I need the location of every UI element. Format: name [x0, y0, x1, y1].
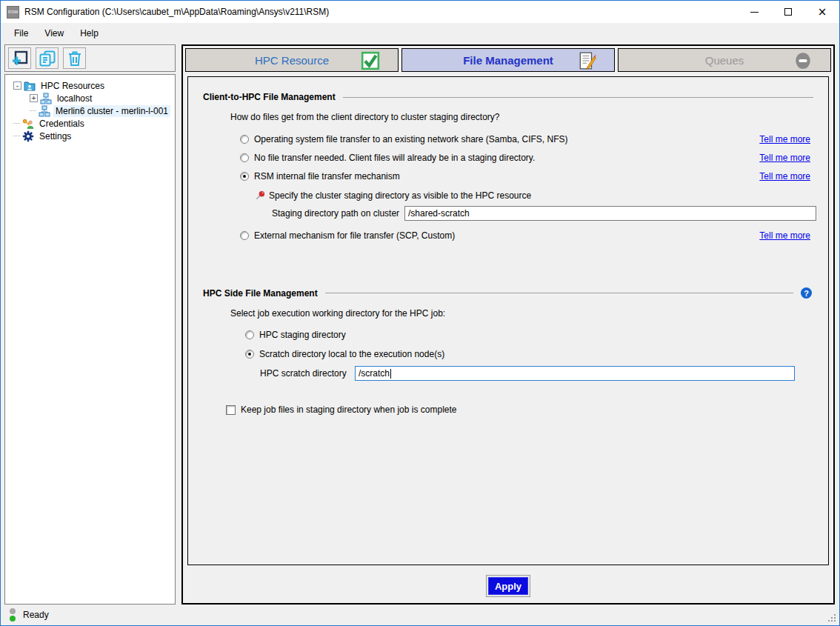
tree-item-label: HPC Resources — [39, 80, 107, 92]
tree-connector — [13, 136, 20, 136]
hpc-section-title: HPC Side File Management — [203, 288, 318, 299]
file-management-form: Client-to-HPC File Management How do fil… — [187, 76, 829, 565]
add-resource-button[interactable] — [8, 47, 31, 69]
add-icon — [11, 50, 29, 67]
tree-item-settings[interactable]: Settings — [13, 130, 173, 142]
option-hpc-staging: HPC staging directory — [245, 330, 828, 340]
radio-external-mechanism[interactable] — [240, 231, 249, 240]
minimize-button[interactable] — [737, 1, 771, 23]
client-section-title: Client-to-HPC File Management — [203, 92, 336, 102]
option-os-file-transfer: Operating system file transfer to an exi… — [240, 134, 828, 144]
copy-icon — [39, 50, 56, 67]
tree-item-label: Credentials — [37, 118, 87, 130]
pushpin-icon — [255, 190, 266, 201]
tab-bar: HPC Resource File Management — [183, 46, 833, 73]
section-divider — [325, 293, 793, 293]
tell-me-more-link[interactable]: Tell me more — [759, 153, 810, 163]
maximize-button[interactable] — [771, 1, 805, 23]
settings-gear-icon — [22, 130, 34, 142]
menu-bar: File View Help — [1, 23, 839, 43]
disabled-minus-icon — [793, 51, 813, 70]
delete-resource-button[interactable] — [63, 47, 86, 69]
tab-file-management[interactable]: File Management — [401, 48, 615, 72]
status-indicator-icon — [10, 608, 16, 622]
window-title: RSM Configuration (C:\Users\caubet_m\App… — [24, 7, 329, 17]
resource-sidebar: - HPC Resources + — [4, 44, 176, 605]
scratch-directory-input[interactable]: /scratch — [355, 366, 795, 381]
rsm-configuration-window: RSM RSM Configuration (C:\Users\caubet_m… — [0, 0, 840, 626]
title-bar: RSM RSM Configuration (C:\Users\caubet_m… — [1, 1, 839, 23]
option-external-mechanism: External mechanism for file transfer (SC… — [240, 230, 828, 241]
tree-connector — [30, 110, 36, 111]
expand-expander-icon[interactable]: + — [30, 94, 38, 102]
radio-no-transfer[interactable] — [240, 153, 249, 162]
tell-me-more-link[interactable]: Tell me more — [759, 134, 810, 144]
tree-item-credentials[interactable]: Credentials — [13, 117, 173, 130]
menu-view[interactable]: View — [36, 24, 72, 42]
credentials-icon — [22, 118, 34, 130]
resource-toolbar — [4, 44, 176, 72]
tab-hpc-resource[interactable]: HPC Resource — [185, 48, 399, 72]
tree-item-hpc-resources[interactable]: - HPC Resources — [13, 79, 173, 92]
hpc-resources-folder-icon — [24, 80, 36, 92]
radio-hpc-staging[interactable] — [245, 330, 254, 339]
radio-rsm-internal[interactable] — [240, 172, 249, 181]
radio-os-file-transfer[interactable] — [240, 135, 249, 144]
status-gray-dot — [10, 608, 16, 614]
resize-grip[interactable] — [834, 620, 836, 622]
edit-document-icon — [577, 51, 596, 70]
status-green-dot — [10, 616, 16, 622]
option-rsm-internal: RSM internal file transfer mechanism Tel… — [240, 171, 828, 182]
staging-path-row: Staging directory path on cluster /share… — [272, 206, 828, 221]
staging-path-label: Staging directory path on cluster — [272, 208, 404, 219]
text-caret — [390, 369, 391, 379]
tree-item-localhost[interactable]: + localhost — [30, 92, 173, 104]
section-divider — [343, 97, 813, 98]
staging-path-input[interactable]: /shared-scratch — [404, 206, 816, 221]
scratch-directory-label: HPC scratch directory — [260, 368, 355, 379]
option-scratch-local: Scratch directory local to the execution… — [245, 349, 828, 359]
apply-area: Apply — [183, 569, 833, 603]
keep-files-checkbox[interactable] — [226, 405, 236, 415]
tab-queues[interactable]: Queues — [618, 48, 831, 72]
duplicate-resource-button[interactable] — [36, 47, 59, 69]
status-text: Ready — [23, 610, 49, 620]
scratch-directory-row: HPC scratch directory /scratch — [260, 366, 828, 381]
green-check-icon — [361, 51, 380, 70]
maximize-icon — [784, 8, 792, 16]
minimize-icon — [750, 12, 759, 13]
tab-label: File Management — [463, 54, 553, 67]
configuration-panel: HPC Resource File Management — [181, 44, 835, 605]
tree-item-label: Settings — [37, 130, 73, 142]
collapse-expander-icon[interactable]: - — [13, 81, 21, 90]
rsm-logo-icon: RSM — [7, 6, 19, 19]
menu-file[interactable]: File — [6, 24, 36, 42]
trash-icon — [66, 50, 84, 67]
apply-button[interactable]: Apply — [488, 577, 528, 595]
help-icon[interactable]: ? — [801, 287, 812, 299]
radio-scratch-local[interactable] — [245, 350, 254, 359]
staging-directory-note: Specify the cluster staging directory as… — [255, 190, 828, 201]
tab-label: Queues — [705, 54, 744, 67]
menu-help[interactable]: Help — [72, 24, 107, 42]
tree-item-label: Merlin6 cluster - merlin-l-001 — [53, 105, 170, 117]
close-icon: × — [818, 8, 827, 16]
cluster-icon — [40, 93, 52, 104]
tell-me-more-link[interactable]: Tell me more — [759, 171, 810, 182]
resource-tree: - HPC Resources + — [4, 74, 176, 605]
close-button[interactable]: × — [805, 1, 839, 23]
tree-connector — [13, 123, 20, 124]
hpc-question: Select job execution working directory f… — [230, 308, 828, 319]
tell-me-more-link[interactable]: Tell me more — [759, 230, 810, 241]
client-question: How do files get from the client directo… — [230, 112, 828, 122]
status-bar: Ready — [1, 605, 839, 625]
cluster-icon — [39, 105, 50, 117]
keep-files-row: Keep job files in staging directory when… — [226, 404, 828, 415]
tree-item-merlin6-cluster[interactable]: Merlin6 cluster - merlin-l-001 — [30, 104, 173, 117]
option-no-transfer: No file transfer needed. Client files wi… — [240, 153, 828, 163]
tree-item-label: localhost — [55, 93, 94, 104]
tab-label: HPC Resource — [255, 54, 329, 67]
